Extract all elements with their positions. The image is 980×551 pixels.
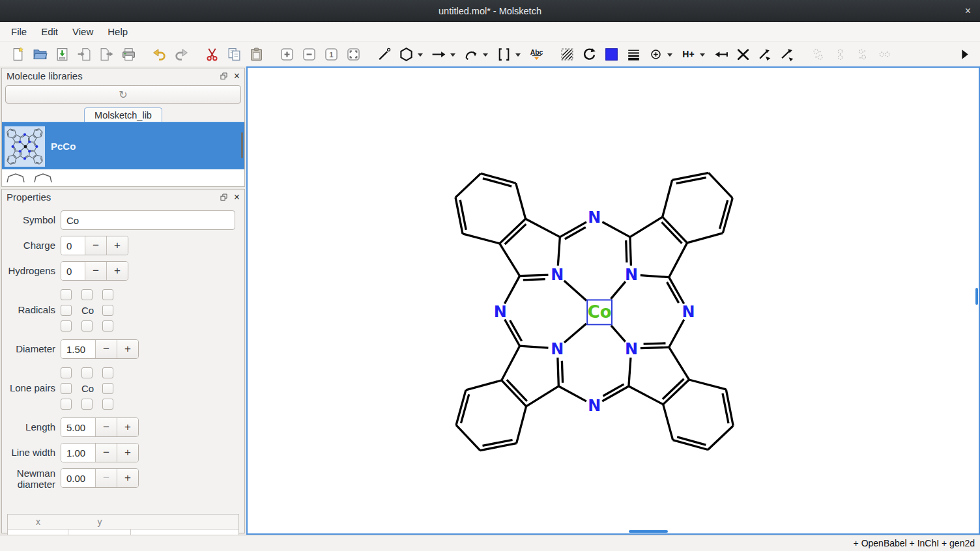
lone-pairs-checkbox[interactable] [102,383,113,394]
hydrogen-tool-dropdown-arrow-icon[interactable] [700,53,705,57]
bond[interactable] [644,343,666,344]
bond[interactable] [558,237,560,266]
lone-pairs-checkbox[interactable] [102,399,113,410]
library-item-pcco[interactable]: PcCo [2,123,244,169]
radicals-checkbox[interactable] [81,289,93,300]
line-width-decrement-button[interactable]: − [95,444,117,462]
bond[interactable] [602,222,630,237]
bond[interactable] [669,243,687,277]
length-value[interactable]: 5.00 [61,418,95,436]
menu-view[interactable]: View [65,24,100,39]
length-increment-button[interactable]: + [117,418,138,436]
bond[interactable] [564,324,586,343]
drawing-canvas[interactable]: CoNNNNNNNN [246,66,980,535]
lone-pairs-checkbox[interactable] [61,367,72,378]
library-scrollbar[interactable] [241,132,243,158]
radicals-checkbox[interactable] [102,320,113,332]
bond[interactable] [669,347,689,380]
export-button[interactable] [95,44,117,64]
bond[interactable] [502,346,520,380]
newman-diameter-value[interactable]: 0.00 [61,469,95,487]
color-swatch-button[interactable] [600,44,622,64]
atom-nitrogen[interactable]: N [494,303,507,321]
atom-nitrogen[interactable]: N [625,266,638,284]
canvas-vertical-scrollbar[interactable] [975,288,978,305]
library-item-partial[interactable] [2,169,244,182]
zoom-fit-button[interactable] [342,44,364,64]
bond[interactable] [677,437,706,445]
hatch-selection-button[interactable] [556,44,578,64]
draw-bond-button[interactable] [373,44,395,64]
bond[interactable] [641,276,669,277]
bond[interactable] [466,380,502,390]
symbol-input[interactable]: Co [61,210,235,230]
bond[interactable] [663,380,689,404]
import-button[interactable] [73,44,95,64]
atom-nitrogen[interactable]: N [551,340,564,358]
lone-pairs-checkbox[interactable] [61,399,72,410]
ring-tool-button[interactable] [395,44,417,64]
bond[interactable] [502,380,526,406]
hydrogens-increment-button[interactable]: + [106,262,128,280]
bond[interactable] [500,219,526,244]
text-tool-button[interactable]: Abc [525,44,547,64]
window-close-button[interactable]: × [965,5,971,17]
lone-pairs-checkbox[interactable] [81,399,93,410]
lone-pairs-checkbox[interactable] [102,367,113,378]
bond[interactable] [562,361,562,383]
ring-tool-dropdown-arrow-icon[interactable] [418,53,423,57]
attach-arrow-button[interactable] [710,44,732,64]
bond[interactable] [708,173,732,198]
bond[interactable] [708,426,733,450]
cut-button[interactable] [201,44,223,64]
tab-molsketch-lib[interactable]: Molsketch_lib [84,107,162,122]
refresh-library-button[interactable]: ↻ [5,85,241,104]
radicals-checkbox[interactable] [61,289,72,300]
bond[interactable] [564,281,586,301]
radicals-checkbox[interactable] [61,305,72,316]
bond[interactable] [526,219,560,237]
bond[interactable] [611,326,626,342]
align-tool-1-button[interactable] [754,44,776,64]
atom-cobalt-selected[interactable]: Co [588,302,612,322]
zoom-original-button[interactable]: 1 [320,44,342,64]
charge-value[interactable]: 0 [61,236,85,255]
mechanism-arrow-button[interactable] [460,44,482,64]
radicals-checkbox[interactable] [102,305,113,316]
bond[interactable] [516,183,526,219]
bond[interactable] [500,244,520,276]
atom-nitrogen[interactable]: N [551,266,564,284]
bond[interactable] [526,386,559,406]
length-decrement-button[interactable]: − [95,418,117,436]
rotate-tool-button[interactable] [578,44,600,64]
hydrogens-decrement-button[interactable]: − [85,262,106,280]
bond[interactable] [719,200,727,229]
bond[interactable] [558,386,586,401]
charge-decrement-button[interactable]: − [85,236,106,255]
save-button[interactable] [51,44,73,64]
print-button[interactable] [117,44,139,64]
panel-close-icon[interactable]: × [234,71,240,81]
bond[interactable] [483,178,512,186]
menu-file[interactable]: File [4,24,34,39]
bond[interactable] [629,386,663,404]
paste-button[interactable] [245,44,267,64]
lone-pairs-checkbox[interactable] [61,383,72,394]
mechanism-arrow-dropdown-arrow-icon[interactable] [483,53,488,57]
hydrogen-tool-button[interactable]: H+ [677,44,699,64]
redo-button[interactable] [170,44,192,64]
newman-diameter-increment-button[interactable]: + [117,469,138,487]
bond[interactable] [663,180,672,217]
lone-pairs-checkbox[interactable] [81,367,93,378]
bond[interactable] [463,234,500,244]
canvas-horizontal-scrollbar[interactable] [629,530,668,533]
menu-edit[interactable]: Edit [34,24,65,39]
delete-tool-button[interactable] [732,44,754,64]
panel-float-icon[interactable] [220,193,228,201]
menu-help[interactable]: Help [100,24,135,39]
bracket-tool-dropdown-arrow-icon[interactable] [515,53,521,57]
molecule-drawing[interactable]: CoNNNNNNNN [248,68,979,533]
bond[interactable] [626,240,627,262]
bond[interactable] [520,346,549,348]
bond[interactable] [456,425,480,451]
